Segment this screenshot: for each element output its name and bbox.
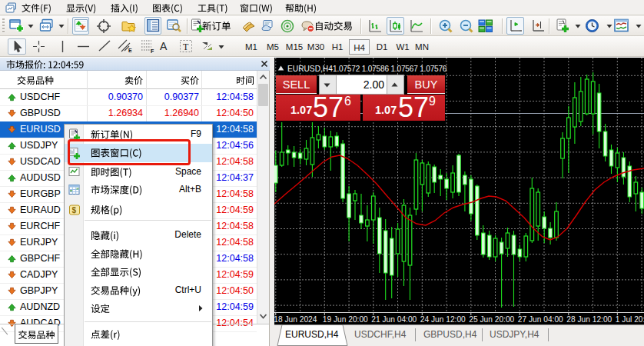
- svg-text:18 Jun 2024: 18 Jun 2024: [274, 315, 317, 324]
- svg-text:24 Jun 12:00: 24 Jun 12:00: [420, 315, 466, 324]
- svg-text:T: T: [183, 42, 189, 52]
- svg-text:19 Jun 20:00: 19 Jun 20:00: [323, 315, 368, 324]
- svg-text:27 Jun 04:00: 27 Jun 04:00: [518, 315, 563, 324]
- svg-text:E: E: [128, 48, 132, 53]
- svg-text:$: $: [72, 206, 77, 215]
- svg-text:F: F: [151, 48, 154, 54]
- svg-text:21 Jun 04:00: 21 Jun 04:00: [371, 315, 417, 324]
- svg-text:25 Jun 20:00: 25 Jun 20:00: [469, 315, 514, 324]
- svg-text:28 Jun 12:00: 28 Jun 12:00: [566, 315, 612, 324]
- svg-text:1 Jul 20:00: 1 Jul 20:00: [616, 315, 644, 324]
